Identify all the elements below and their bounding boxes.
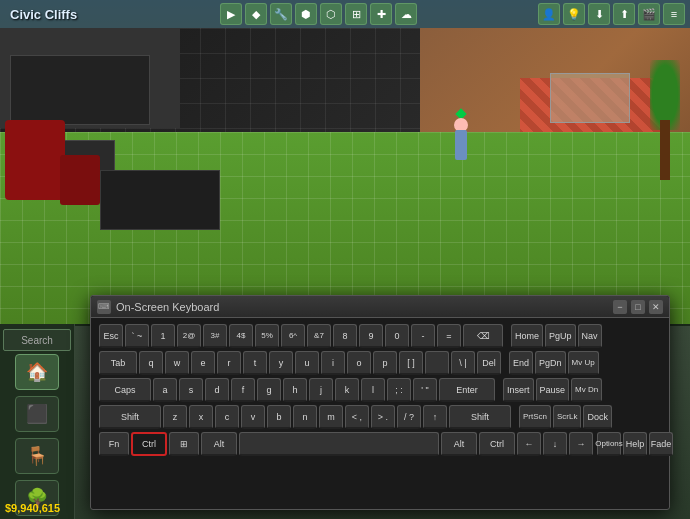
key-comma[interactable]: < ,: [345, 405, 369, 429]
key-backslash[interactable]: \ |: [451, 351, 475, 375]
key-t[interactable]: t: [243, 351, 267, 375]
key-win[interactable]: ⊞: [169, 432, 199, 456]
toolbar-info[interactable]: 💡: [563, 3, 585, 25]
key-grave[interactable]: ` ~: [125, 324, 149, 348]
key-r[interactable]: r: [217, 351, 241, 375]
key-minus[interactable]: -: [411, 324, 435, 348]
key-semicolon[interactable]: ; :: [387, 378, 411, 402]
key-mvdn[interactable]: Mv Dn: [571, 378, 602, 402]
key-o[interactable]: o: [347, 351, 371, 375]
key-pause[interactable]: Pause: [536, 378, 570, 402]
key-a[interactable]: a: [153, 378, 177, 402]
key-v[interactable]: v: [241, 405, 265, 429]
key-backspace[interactable]: ⌫: [463, 324, 503, 348]
key-help[interactable]: Help: [623, 432, 647, 456]
key-p[interactable]: p: [373, 351, 397, 375]
key-6[interactable]: 6^: [281, 324, 305, 348]
key-dock[interactable]: Dock: [583, 405, 612, 429]
toolbar-speed-up[interactable]: ⬆: [613, 3, 635, 25]
key-up-arrow[interactable]: ↑: [423, 405, 447, 429]
key-end[interactable]: End: [509, 351, 533, 375]
key-scrlk[interactable]: ScrLk: [553, 405, 581, 429]
key-del[interactable]: Del: [477, 351, 501, 375]
toolbar-sims[interactable]: 👤: [538, 3, 560, 25]
osk-minimize-button[interactable]: −: [613, 300, 627, 314]
osk-maximize-button[interactable]: □: [631, 300, 645, 314]
key-0[interactable]: 0: [385, 324, 409, 348]
key-insert[interactable]: Insert: [503, 378, 534, 402]
toolbar-wrench[interactable]: 🔧: [270, 3, 292, 25]
key-lbracket[interactable]: [ ]: [399, 351, 423, 375]
key-home[interactable]: Home: [511, 324, 543, 348]
key-m[interactable]: m: [319, 405, 343, 429]
key-period[interactable]: > .: [371, 405, 395, 429]
sidebar-icon-objects[interactable]: ⬛: [15, 396, 59, 432]
key-5[interactable]: 5%: [255, 324, 279, 348]
key-caps[interactable]: Caps: [99, 378, 151, 402]
key-n[interactable]: n: [293, 405, 317, 429]
key-shift-right[interactable]: Shift: [449, 405, 511, 429]
key-7[interactable]: &7: [307, 324, 331, 348]
key-h[interactable]: h: [283, 378, 307, 402]
key-g[interactable]: g: [257, 378, 281, 402]
key-q[interactable]: q: [139, 351, 163, 375]
key-rbracket[interactable]: [425, 351, 449, 375]
key-shift-left[interactable]: Shift: [99, 405, 161, 429]
key-d[interactable]: d: [205, 378, 229, 402]
key-tab[interactable]: Tab: [99, 351, 137, 375]
key-2[interactable]: 2@: [177, 324, 201, 348]
key-4[interactable]: 4$: [229, 324, 253, 348]
key-nav[interactable]: Nav: [578, 324, 602, 348]
toolbar-settings[interactable]: ≡: [663, 3, 685, 25]
key-esc[interactable]: Esc: [99, 324, 123, 348]
key-9[interactable]: 9: [359, 324, 383, 348]
key-ctrl-right[interactable]: Ctrl: [479, 432, 515, 456]
key-y[interactable]: y: [269, 351, 293, 375]
key-alt-right[interactable]: Alt: [441, 432, 477, 456]
toolbar-build1[interactable]: ⬢: [295, 3, 317, 25]
sidebar-icon-furniture[interactable]: 🪑: [15, 438, 59, 474]
key-pgdn[interactable]: PgDn: [535, 351, 566, 375]
key-fade[interactable]: Fade: [649, 432, 673, 456]
osk-close-button[interactable]: ✕: [649, 300, 663, 314]
key-quote[interactable]: ' ": [413, 378, 437, 402]
key-b[interactable]: b: [267, 405, 291, 429]
key-j[interactable]: j: [309, 378, 333, 402]
key-ctrl-left[interactable]: Ctrl: [131, 432, 167, 456]
key-x[interactable]: x: [189, 405, 213, 429]
key-fn[interactable]: Fn: [99, 432, 129, 456]
key-alt-left[interactable]: Alt: [201, 432, 237, 456]
key-left-arrow[interactable]: ←: [517, 432, 541, 456]
key-u[interactable]: u: [295, 351, 319, 375]
key-l[interactable]: l: [361, 378, 385, 402]
key-8[interactable]: 8: [333, 324, 357, 348]
key-i[interactable]: i: [321, 351, 345, 375]
key-space[interactable]: [239, 432, 439, 456]
sidebar-icon-home[interactable]: 🏠: [15, 354, 59, 390]
toolbar-diamond[interactable]: ◆: [245, 3, 267, 25]
key-c[interactable]: c: [215, 405, 239, 429]
toolbar-camera[interactable]: 🎬: [638, 3, 660, 25]
toolbar-cloud[interactable]: ☁: [395, 3, 417, 25]
key-3[interactable]: 3#: [203, 324, 227, 348]
toolbar-plus[interactable]: ✚: [370, 3, 392, 25]
key-w[interactable]: w: [165, 351, 189, 375]
key-slash[interactable]: / ?: [397, 405, 421, 429]
key-k[interactable]: k: [335, 378, 359, 402]
key-pgup[interactable]: PgUp: [545, 324, 576, 348]
key-1[interactable]: 1: [151, 324, 175, 348]
key-right-arrow[interactable]: →: [569, 432, 593, 456]
key-z[interactable]: z: [163, 405, 187, 429]
key-equals[interactable]: =: [437, 324, 461, 348]
key-down-arrow[interactable]: ↓: [543, 432, 567, 456]
key-s[interactable]: s: [179, 378, 203, 402]
key-prtscn[interactable]: PrtScn: [519, 405, 551, 429]
key-options[interactable]: Options: [597, 432, 621, 456]
osk-titlebar[interactable]: ⌨ On-Screen Keyboard − □ ✕: [91, 296, 669, 318]
toolbar-grid[interactable]: ⊞: [345, 3, 367, 25]
key-e[interactable]: e: [191, 351, 215, 375]
toolbar-play[interactable]: ▶: [220, 3, 242, 25]
key-mvup[interactable]: Mv Up: [568, 351, 599, 375]
key-enter[interactable]: Enter: [439, 378, 495, 402]
key-f[interactable]: f: [231, 378, 255, 402]
